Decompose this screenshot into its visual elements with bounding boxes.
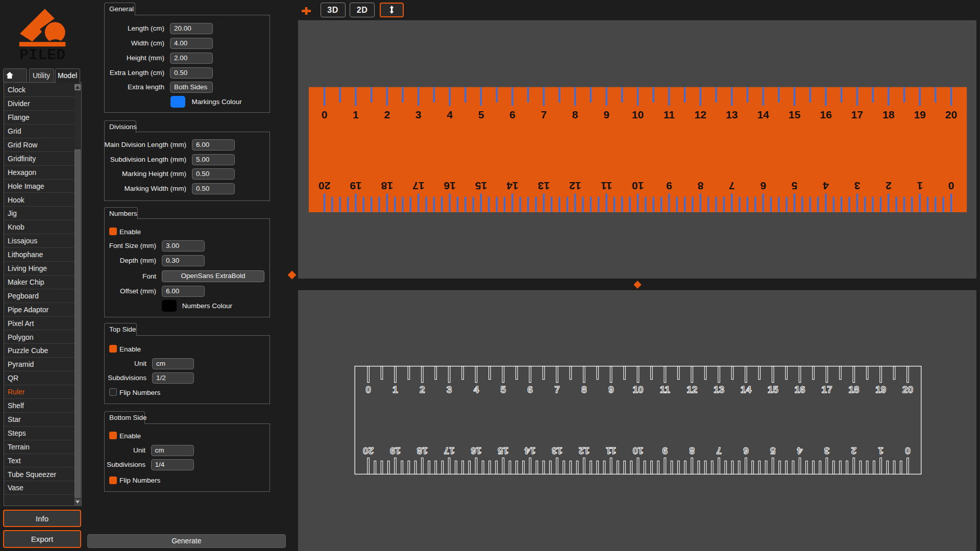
svg-text:18: 18: [848, 384, 859, 395]
svg-text:3: 3: [854, 180, 860, 192]
svg-text:2: 2: [384, 109, 390, 120]
svg-text:10: 10: [632, 180, 644, 192]
svg-text:11: 11: [664, 109, 675, 120]
svg-text:18: 18: [381, 180, 393, 192]
svg-text:11: 11: [660, 384, 671, 395]
svg-text:12: 12: [695, 109, 706, 120]
svg-text:5: 5: [770, 445, 775, 456]
svg-text:10: 10: [632, 445, 643, 456]
svg-text:10: 10: [632, 109, 644, 120]
svg-text:5: 5: [478, 109, 484, 120]
svg-text:16: 16: [444, 180, 455, 192]
svg-text:17: 17: [412, 180, 424, 192]
svg-text:3: 3: [824, 445, 830, 456]
svg-text:20: 20: [363, 445, 374, 456]
svg-text:13: 13: [714, 384, 724, 395]
svg-text:12: 12: [569, 180, 581, 192]
svg-text:10: 10: [632, 384, 643, 395]
svg-text:8: 8: [689, 445, 695, 456]
svg-text:5: 5: [501, 384, 506, 395]
svg-text:19: 19: [914, 109, 925, 120]
svg-text:19: 19: [390, 445, 401, 456]
svg-text:2: 2: [420, 384, 425, 395]
svg-text:7: 7: [729, 180, 735, 192]
svg-text:3: 3: [447, 384, 452, 395]
svg-text:17: 17: [851, 109, 863, 120]
svg-text:9: 9: [663, 445, 668, 456]
svg-text:0: 0: [322, 109, 328, 120]
svg-text:14: 14: [741, 384, 752, 395]
svg-text:7: 7: [541, 109, 547, 120]
svg-text:4: 4: [823, 180, 829, 192]
svg-text:8: 8: [581, 384, 587, 395]
svg-text:9: 9: [666, 180, 672, 192]
svg-text:17: 17: [444, 445, 455, 456]
svg-text:6: 6: [760, 180, 766, 192]
svg-text:1: 1: [353, 109, 359, 120]
svg-text:1: 1: [393, 384, 398, 395]
svg-text:20: 20: [318, 180, 330, 192]
svg-text:16: 16: [820, 109, 831, 120]
svg-text:12: 12: [579, 445, 590, 456]
svg-text:9: 9: [608, 384, 614, 395]
svg-text:18: 18: [417, 445, 428, 456]
svg-text:15: 15: [475, 180, 487, 192]
svg-text:15: 15: [789, 109, 801, 120]
svg-text:1: 1: [917, 180, 923, 192]
svg-text:11: 11: [601, 180, 612, 192]
svg-text:17: 17: [821, 384, 832, 395]
svg-text:13: 13: [538, 180, 550, 192]
svg-text:2: 2: [886, 180, 892, 192]
svg-text:4: 4: [797, 445, 802, 456]
svg-text:12: 12: [687, 384, 697, 395]
svg-text:15: 15: [498, 445, 509, 456]
svg-text:8: 8: [697, 180, 703, 192]
svg-text:20: 20: [945, 109, 957, 120]
svg-text:0: 0: [365, 384, 371, 395]
svg-text:0: 0: [948, 180, 954, 192]
svg-text:6: 6: [509, 109, 516, 120]
svg-text:8: 8: [572, 109, 578, 120]
svg-text:13: 13: [552, 445, 562, 456]
svg-text:14: 14: [525, 445, 536, 456]
svg-text:16: 16: [471, 445, 481, 456]
svg-text:11: 11: [606, 445, 617, 456]
svg-text:7: 7: [554, 384, 560, 395]
svg-text:19: 19: [875, 384, 886, 395]
svg-text:1: 1: [878, 445, 884, 456]
svg-text:20: 20: [902, 384, 913, 395]
svg-text:16: 16: [794, 384, 805, 395]
svg-text:14: 14: [757, 109, 769, 120]
svg-text:3: 3: [415, 109, 422, 120]
svg-text:6: 6: [527, 384, 533, 395]
svg-text:15: 15: [768, 384, 779, 395]
svg-text:7: 7: [716, 445, 722, 456]
svg-text:9: 9: [603, 109, 609, 120]
svg-text:6: 6: [743, 445, 749, 456]
svg-text:0: 0: [905, 445, 911, 456]
svg-text:14: 14: [506, 180, 519, 192]
svg-text:4: 4: [447, 109, 453, 120]
svg-text:19: 19: [350, 180, 361, 192]
svg-text:13: 13: [726, 109, 738, 120]
svg-text:5: 5: [791, 180, 797, 192]
svg-text:4: 4: [474, 384, 479, 395]
svg-text:18: 18: [883, 109, 895, 120]
svg-text:2: 2: [851, 445, 856, 456]
